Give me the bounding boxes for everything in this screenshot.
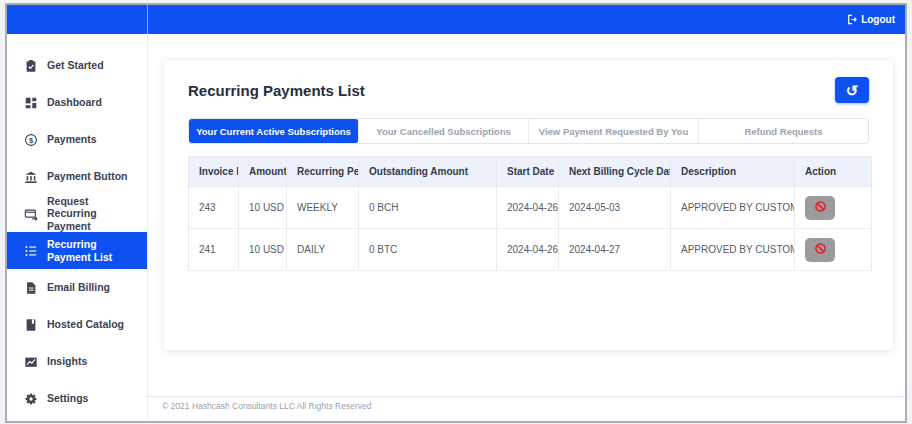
content-area: Get Started Dashboard $ Payments Payment… [7, 34, 905, 421]
sidebar-item-label: Hosted Catalog [47, 318, 124, 330]
sidebar-item-label: Email Billing [47, 281, 110, 293]
get-started-icon [24, 59, 38, 73]
insights-icon [24, 355, 38, 369]
sidebar-item-payment-button[interactable]: Payment Button [7, 158, 147, 195]
recurring-payment-list-icon [24, 244, 38, 258]
logout-icon [847, 14, 858, 25]
sidebar-item-label: Recurring Payment List [47, 238, 139, 262]
tab-current-active-subscriptions[interactable]: Your Current Active Subscriptions [189, 119, 359, 143]
sidebar-item-label: Payments [47, 133, 97, 145]
ban-icon [814, 200, 827, 216]
logout-button[interactable]: Logout [847, 14, 895, 25]
column-header-outstanding-amount: Outstanding Amount [359, 157, 497, 187]
footer: © 2021 Hashcash Consultants LLC All Righ… [148, 396, 905, 421]
cell-recurring-period: WEEKLY [287, 187, 359, 229]
column-header-recurring-period: Recurring Period [287, 157, 359, 187]
sidebar-item-insights[interactable]: Insights [7, 343, 147, 380]
column-header-next-billing-cycle-date: Next Billing Cycle Date [559, 157, 671, 187]
request-recurring-payment-icon [24, 207, 38, 221]
cell-next-billing-cycle-date: 2024-05-03 [559, 187, 671, 229]
sidebar-item-get-started[interactable]: Get Started [7, 47, 147, 84]
payments-icon: $ [24, 133, 38, 147]
cell-start-date: 2024-04-26 [497, 187, 559, 229]
hosted-catalog-icon [24, 318, 38, 332]
sidebar-item-dashboard[interactable]: Dashboard [7, 84, 147, 121]
card-header: Recurring Payments List ↺ [188, 60, 869, 103]
sidebar-item-settings[interactable]: Settings [7, 380, 147, 417]
sidebar-item-payments[interactable]: $ Payments [7, 121, 147, 158]
cell-action [795, 187, 872, 229]
subscription-tabs: Your Current Active Subscriptions Your C… [188, 118, 869, 144]
table-row: 241 10 USD DAILY 0 BTC 2024-04-26 2024-0… [189, 229, 872, 271]
sidebar: Get Started Dashboard $ Payments Payment… [7, 34, 148, 421]
column-header-action: Action [795, 157, 872, 187]
sidebar-item-label: Request Recurring Payment [47, 195, 139, 231]
cell-start-date: 2024-04-26 [497, 229, 559, 271]
cell-invoice-id: 241 [189, 229, 239, 271]
sidebar-item-label: Dashboard [47, 96, 102, 108]
email-billing-icon [24, 281, 38, 295]
top-bar-right: Logout [148, 5, 905, 34]
cell-amount: 10 USD [239, 229, 287, 271]
column-header-invoice-id: Invoice ID [189, 157, 239, 187]
app-window: Logout Get Started Dashboard $ [5, 3, 907, 423]
table-header-row: Invoice ID Amount Recurring Period Outst… [189, 157, 872, 187]
recurring-payments-card: Recurring Payments List ↺ Your Current A… [164, 60, 893, 350]
cell-amount: 10 USD [239, 187, 287, 229]
settings-icon [24, 392, 38, 406]
cell-outstanding-amount: 0 BCH [359, 187, 497, 229]
history-button[interactable]: ↺ [835, 77, 869, 103]
cell-invoice-id: 243 [189, 187, 239, 229]
tab-view-payment-requested[interactable]: View Payment Requested By You [529, 119, 699, 143]
logout-label: Logout [861, 14, 895, 25]
cancel-subscription-button[interactable] [805, 238, 835, 262]
sidebar-item-label: Insights [47, 355, 87, 367]
column-header-start-date: Start Date [497, 157, 559, 187]
main-spacer [148, 350, 905, 396]
cell-outstanding-amount: 0 BTC [359, 229, 497, 271]
ban-icon [814, 242, 827, 258]
column-header-amount: Amount [239, 157, 287, 187]
cell-next-billing-cycle-date: 2024-04-27 [559, 229, 671, 271]
cell-recurring-period: DAILY [287, 229, 359, 271]
top-bar: Logout [7, 5, 905, 34]
sidebar-item-label: Settings [47, 392, 88, 404]
sidebar-item-request-recurring-payment[interactable]: Request Recurring Payment [7, 195, 147, 232]
tab-refund-requests[interactable]: Refund Requests [699, 119, 868, 143]
dashboard-icon [24, 96, 38, 110]
cell-action [795, 229, 872, 271]
copyright-text: © 2021 Hashcash Consultants LLC All Righ… [162, 401, 371, 411]
cell-description: APPROVED BY CUSTOMER [671, 229, 795, 271]
main-area: Recurring Payments List ↺ Your Current A… [148, 34, 905, 421]
subscriptions-table: Invoice ID Amount Recurring Period Outst… [188, 156, 872, 271]
sidebar-item-hosted-catalog[interactable]: Hosted Catalog [7, 306, 147, 343]
cell-description: APPROVED BY CUSTOMER [671, 187, 795, 229]
history-icon: ↺ [846, 83, 859, 98]
cancel-subscription-button[interactable] [805, 196, 835, 220]
page-title: Recurring Payments List [188, 82, 365, 99]
sidebar-item-recurring-payment-list[interactable]: Recurring Payment List [7, 232, 147, 269]
sidebar-item-label: Payment Button [47, 170, 128, 182]
brand-area [7, 5, 148, 34]
payment-button-icon [24, 170, 38, 184]
svg-text:$: $ [29, 135, 34, 144]
sidebar-item-email-billing[interactable]: Email Billing [7, 269, 147, 306]
column-header-description: Description [671, 157, 795, 187]
tab-cancelled-subscriptions[interactable]: Your Cancelled Subscriptions [359, 119, 529, 143]
table-row: 243 10 USD WEEKLY 0 BCH 2024-04-26 2024-… [189, 187, 872, 229]
sidebar-item-label: Get Started [47, 59, 104, 71]
